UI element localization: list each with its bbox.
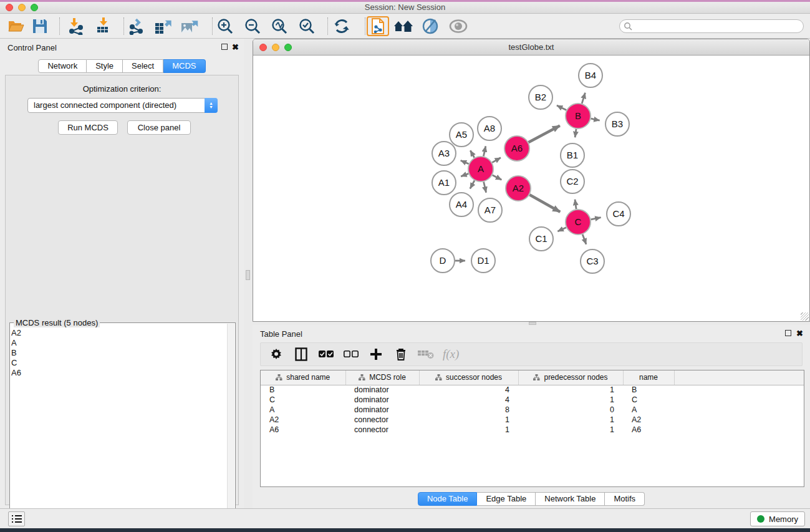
delete-table-icon[interactable]	[418, 346, 434, 362]
cell-MCDS-role[interactable]: dominator	[345, 385, 419, 395]
node-A8[interactable]: A8	[478, 117, 501, 140]
cell-predecessor-nodes[interactable]: 0	[518, 405, 623, 415]
tab-style[interactable]: Style	[87, 59, 123, 73]
edge-A-A3[interactable]	[461, 160, 469, 163]
network-window-titlebar[interactable]: testGlobe.txt	[253, 39, 809, 56]
select-all-checkboxes-icon[interactable]	[318, 346, 334, 362]
task-history-button[interactable]	[8, 511, 25, 526]
add-column-icon[interactable]	[368, 346, 384, 362]
node-B4[interactable]: B4	[579, 64, 602, 87]
memory-button[interactable]: Memory	[750, 511, 805, 526]
node-C4[interactable]: C4	[607, 202, 630, 226]
edge-A6-B[interactable]	[529, 125, 560, 142]
column-header-MCDS-role[interactable]: MCDS role	[345, 370, 419, 385]
app-titlebar[interactable]: Session: New Session	[0, 2, 810, 14]
cell-name[interactable]: A2	[623, 415, 674, 425]
edge-A-A2[interactable]	[493, 175, 502, 180]
function-builder-icon[interactable]: f(x)	[443, 347, 459, 361]
cell-predecessor-nodes[interactable]: 1	[518, 415, 623, 425]
table-row[interactable]: Bdominator41B	[261, 385, 804, 395]
network-file-icon[interactable]	[367, 16, 389, 36]
cell-MCDS-role[interactable]: dominator	[345, 405, 419, 415]
column-header-successor-nodes[interactable]: successor nodes	[419, 370, 518, 385]
column-header-shared-name[interactable]: shared name	[261, 370, 345, 385]
table-row[interactable]: Cdominator41C	[261, 395, 804, 405]
export-table-icon[interactable]	[152, 16, 174, 36]
cell-MCDS-role[interactable]: dominator	[345, 395, 419, 405]
cell-shared-name[interactable]: C	[261, 395, 345, 405]
node-A7[interactable]: A7	[478, 198, 502, 222]
node-B2[interactable]: B2	[529, 85, 552, 109]
home-icon[interactable]	[392, 16, 415, 36]
criterion-dropdown[interactable]: largest connected component (directed) ▲…	[27, 98, 218, 113]
delete-column-icon[interactable]	[393, 346, 409, 362]
edge-A2-C[interactable]	[529, 195, 560, 212]
column-header-predecessor-nodes[interactable]: predecessor nodes	[518, 370, 623, 385]
tab-node-table[interactable]: Node Table	[418, 492, 478, 506]
column-header-name[interactable]: name	[623, 370, 674, 385]
mcds-result-item[interactable]: A2	[11, 328, 226, 338]
import-network-icon[interactable]	[64, 16, 87, 36]
node-C1[interactable]: C1	[529, 227, 553, 251]
save-session-icon[interactable]	[29, 16, 51, 36]
node-B1[interactable]: B1	[561, 143, 584, 167]
node-A[interactable]: A	[468, 157, 493, 181]
cell-shared-name[interactable]: A	[261, 405, 345, 415]
toggle-graphics-details-icon[interactable]	[419, 16, 441, 36]
mcds-result-item[interactable]: B	[11, 348, 226, 358]
edge-C-C4[interactable]	[591, 218, 601, 220]
cell-name[interactable]: C	[623, 395, 674, 405]
mcds-result-item[interactable]: C	[11, 358, 226, 368]
edge-B-B1[interactable]	[575, 129, 576, 138]
export-image-icon[interactable]	[178, 16, 201, 36]
tab-network[interactable]: Network	[38, 59, 87, 73]
import-table-icon[interactable]	[92, 16, 115, 36]
refresh-icon[interactable]	[330, 16, 353, 36]
edge-A-A1[interactable]	[461, 173, 468, 177]
mcds-result-item[interactable]: A6	[11, 368, 226, 378]
zoom-selected-icon[interactable]	[296, 16, 318, 36]
edge-A-A7[interactable]	[484, 181, 486, 192]
edge-A-A8[interactable]	[483, 146, 485, 156]
cell-MCDS-role[interactable]: connector	[345, 415, 419, 425]
close-table-panel-icon[interactable]: ✖	[796, 329, 803, 338]
node-A3[interactable]: A3	[432, 142, 456, 165]
node-A2[interactable]: A2	[506, 176, 531, 201]
cell-predecessor-nodes[interactable]: 1	[518, 395, 623, 405]
cell-name[interactable]: B	[623, 385, 674, 395]
search-field[interactable]	[619, 19, 804, 33]
cell-successor-nodes[interactable]: 1	[419, 415, 518, 425]
node-C3[interactable]: C3	[581, 249, 604, 273]
column-selector-icon[interactable]	[293, 346, 309, 362]
mcds-result-list[interactable]: A2ABCA6	[11, 328, 226, 531]
cell-name[interactable]: A	[623, 405, 674, 415]
zoom-in-icon[interactable]	[214, 16, 236, 36]
tab-mcds[interactable]: MCDS	[163, 59, 205, 73]
edge-B-B2[interactable]	[557, 105, 566, 110]
cell-shared-name[interactable]: B	[261, 385, 345, 395]
node-C2[interactable]: C2	[561, 170, 584, 193]
tab-edge-table[interactable]: Edge Table	[477, 492, 536, 506]
cell-MCDS-role[interactable]: connector	[345, 425, 419, 435]
edge-B-B4[interactable]	[582, 93, 585, 104]
vertical-splitter-grip[interactable]	[246, 270, 250, 280]
open-file-icon[interactable]	[5, 16, 27, 36]
node-attribute-table[interactable]: shared nameMCDS rolesuccessor nodesprede…	[260, 370, 804, 487]
deselect-all-checkboxes-icon[interactable]	[343, 346, 359, 362]
node-D1[interactable]: D1	[471, 249, 495, 273]
node-A4[interactable]: A4	[450, 193, 473, 216]
vertical-splitter[interactable]	[244, 39, 253, 508]
close-panel-icon[interactable]: ✖	[232, 42, 239, 52]
close-panel-button[interactable]: Close panel	[127, 120, 191, 135]
mcds-result-scrollbar[interactable]	[227, 324, 234, 532]
run-mcds-button[interactable]: Run MCDS	[58, 120, 118, 135]
node-B3[interactable]: B3	[605, 112, 629, 136]
edge-A-A4[interactable]	[470, 180, 475, 188]
float-panel-icon[interactable]	[221, 44, 228, 50]
settings-gear-icon[interactable]	[268, 346, 284, 362]
cell-successor-nodes[interactable]: 4	[419, 385, 518, 395]
node-D[interactable]: D	[431, 249, 455, 273]
table-row[interactable]: A6connector11A6	[261, 425, 804, 435]
cell-successor-nodes[interactable]: 8	[419, 405, 518, 415]
tab-motifs[interactable]: Motifs	[605, 492, 645, 506]
